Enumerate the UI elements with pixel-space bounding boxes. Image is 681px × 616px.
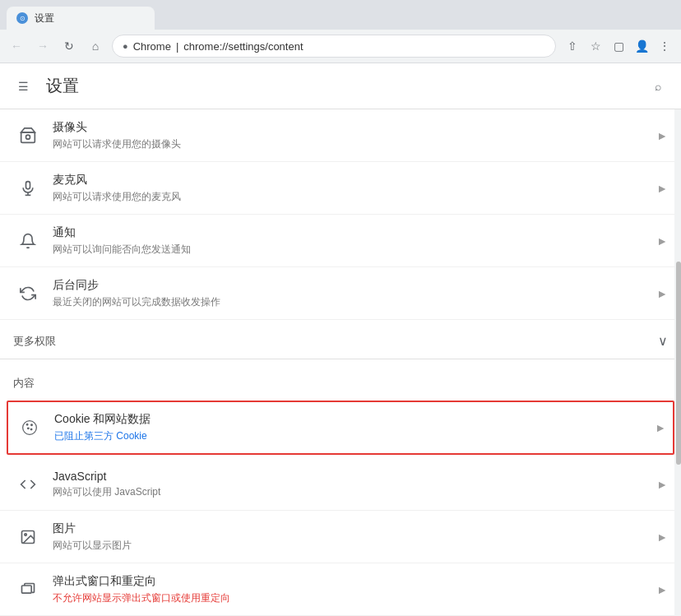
- settings-list: 摄像头 网站可以请求使用您的摄像头 ► 麦克风 网站可以请求: [0, 109, 681, 616]
- list-item[interactable]: 后台同步 最近关闭的网站可以完成数据收发操作 ►: [0, 267, 681, 320]
- arrow-icon: ►: [656, 234, 668, 248]
- back-icon: ←: [11, 39, 22, 53]
- scrollbar[interactable]: [674, 109, 681, 616]
- address-url: chrome://settings/content: [183, 40, 303, 53]
- arrow-icon: ►: [656, 583, 668, 596]
- svg-marker-1: [21, 127, 35, 132]
- item-subtitle: 网站可以请求使用您的摄像头: [53, 137, 646, 151]
- home-button[interactable]: ⌂: [86, 36, 105, 56]
- item-title: Cookie 和网站数据: [54, 412, 645, 427]
- arrow-icon: ►: [656, 129, 668, 142]
- window-icon: ▢: [614, 39, 624, 53]
- section-divider: [0, 359, 681, 359]
- search-button[interactable]: ⌕: [648, 76, 668, 96]
- chevron-down-icon: ∨: [658, 333, 668, 349]
- forward-icon: →: [37, 39, 49, 53]
- item-subtitle: 网站可以显示图片: [53, 539, 646, 553]
- javascript-item[interactable]: JavaScript 网站可以使用 JavaScript ►: [0, 458, 681, 511]
- tab-bar: ⊙ 设置: [0, 0, 681, 30]
- lock-icon: ●: [123, 41, 128, 51]
- item-text: JavaScript 网站可以使用 JavaScript: [43, 470, 656, 499]
- images-item[interactable]: 图片 网站可以显示图片 ►: [0, 511, 681, 563]
- window-button[interactable]: ▢: [609, 36, 628, 56]
- address-brand: Chrome: [133, 40, 171, 53]
- more-permissions-section[interactable]: 更多权限 ∨: [0, 320, 681, 355]
- arrow-icon: ►: [656, 530, 668, 544]
- svg-rect-9: [22, 586, 32, 593]
- toolbar-actions: ⇧ ☆ ▢ 👤 ⋮: [563, 36, 674, 56]
- svg-point-2: [26, 135, 30, 139]
- dots-icon: ⋮: [659, 39, 670, 53]
- arrow-icon: ►: [656, 287, 668, 300]
- item-text: Cookie 和网站数据 已阻止第三方 Cookie: [44, 412, 655, 443]
- share-icon: ⇧: [568, 39, 577, 53]
- cookie-icon: [15, 413, 44, 442]
- item-subtitle: 不允许网站显示弹出式窗口或使用重定向: [53, 591, 646, 605]
- list-item[interactable]: 通知 网站可以询问能否向您发送通知 ►: [0, 215, 681, 267]
- tab-title: 设置: [35, 12, 54, 25]
- item-subtitle: 网站可以询问能否向您发送通知: [53, 243, 646, 257]
- profile-button[interactable]: 👤: [632, 36, 651, 56]
- home-icon: ⌂: [92, 39, 99, 53]
- address-separator: |: [176, 40, 178, 53]
- item-subtitle: 网站可以使用 JavaScript: [53, 485, 646, 499]
- item-title: 图片: [53, 521, 646, 536]
- camera-icon: [13, 121, 43, 151]
- content-label: 内容: [13, 376, 35, 391]
- item-text: 通知 网站可以询问能否向您发送通知: [43, 225, 656, 257]
- forward-button[interactable]: →: [33, 36, 53, 56]
- item-title: 麦克风: [53, 173, 646, 188]
- reload-button[interactable]: ↻: [59, 36, 79, 56]
- sync-icon: [13, 279, 43, 308]
- search-icon: ⌕: [655, 80, 661, 93]
- item-text: 弹出式窗口和重定向 不允许网站显示弹出式窗口或使用重定向: [43, 574, 656, 605]
- settings-content: 摄像头 网站可以请求使用您的摄像头 ► 麦克风 网站可以请求: [0, 109, 681, 616]
- item-title: 弹出式窗口和重定向: [53, 574, 646, 589]
- star-icon: ☆: [591, 39, 601, 53]
- settings-page: ☰ 设置 ⌕ 摄像头 网站可以请求使用您的摄像头: [0, 63, 681, 616]
- sidebar-toggle-button[interactable]: ☰: [13, 76, 33, 96]
- svg-rect-3: [26, 181, 30, 188]
- item-title: 通知: [53, 225, 646, 240]
- item-title: JavaScript: [53, 470, 646, 483]
- item-text: 麦克风 网站可以请求使用您的麦克风: [43, 173, 656, 204]
- images-icon: [13, 522, 43, 552]
- scrollbar-thumb[interactable]: [676, 262, 681, 465]
- content-section-header: 内容: [0, 363, 681, 397]
- hamburger-icon: ☰: [18, 80, 29, 93]
- microphone-icon: [13, 174, 43, 203]
- item-subtitle: 已阻止第三方 Cookie: [54, 429, 645, 443]
- address-bar[interactable]: ● Chrome | chrome://settings/content: [112, 35, 556, 58]
- profile-icon: 👤: [635, 39, 649, 53]
- svg-point-8: [25, 533, 26, 535]
- item-text: 图片 网站可以显示图片: [43, 521, 656, 553]
- browser-chrome: ⊙ 设置 ← → ↻ ⌂ ● Chrome | chrome://setting…: [0, 0, 681, 63]
- back-button[interactable]: ←: [7, 36, 26, 56]
- item-title: 后台同步: [53, 278, 646, 293]
- list-item[interactable]: 麦克风 网站可以请求使用您的麦克风 ►: [0, 162, 681, 215]
- address-bar-row: ← → ↻ ⌂ ● Chrome | chrome://settings/con…: [0, 30, 681, 63]
- active-tab[interactable]: ⊙ 设置: [7, 7, 155, 30]
- arrow-icon: ►: [656, 182, 668, 195]
- item-text: 摄像头 网站可以请求使用您的摄像头: [43, 120, 656, 151]
- javascript-icon: [13, 470, 43, 499]
- arrow-icon: ►: [655, 421, 666, 434]
- item-title: 摄像头: [53, 120, 646, 135]
- item-subtitle: 网站可以请求使用您的麦克风: [53, 190, 646, 204]
- reload-icon: ↻: [64, 39, 74, 53]
- bell-icon: [13, 226, 43, 256]
- cookies-item[interactable]: Cookie 和网站数据 已阻止第三方 Cookie ►: [7, 401, 674, 455]
- item-text: 后台同步 最近关闭的网站可以完成数据收发操作: [43, 278, 656, 309]
- page-title: 设置: [46, 75, 79, 97]
- menu-button[interactable]: ⋮: [655, 36, 674, 56]
- tab-favicon: ⊙: [16, 12, 28, 24]
- item-subtitle: 最近关闭的网站可以完成数据收发操作: [53, 295, 646, 309]
- settings-header: ☰ 设置 ⌕: [0, 63, 681, 109]
- arrow-icon: ►: [656, 478, 668, 491]
- list-item[interactable]: 摄像头 网站可以请求使用您的摄像头 ►: [0, 109, 681, 162]
- share-button[interactable]: ⇧: [563, 36, 582, 56]
- bookmark-button[interactable]: ☆: [586, 36, 605, 56]
- svg-point-6: [23, 421, 37, 435]
- popup-icon: [13, 575, 43, 604]
- popups-item[interactable]: 弹出式窗口和重定向 不允许网站显示弹出式窗口或使用重定向 ►: [0, 563, 681, 616]
